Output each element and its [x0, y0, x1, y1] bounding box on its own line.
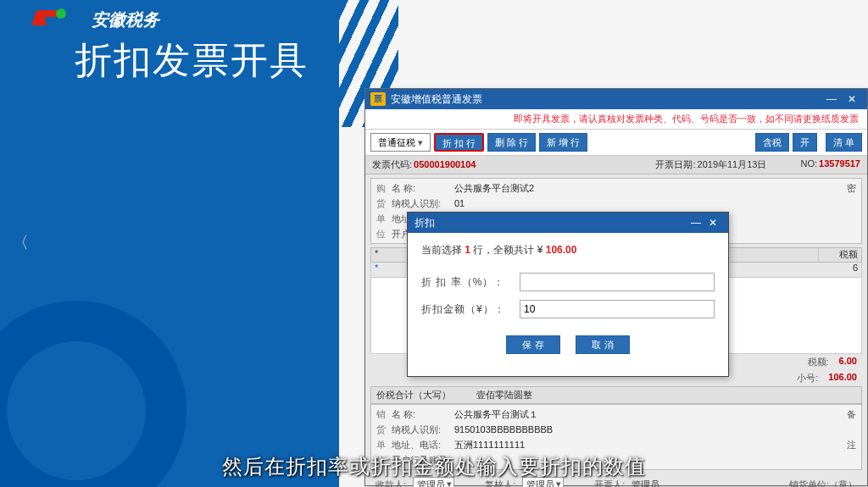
sum-tax: 6.00 — [839, 356, 857, 368]
dlg-sel-mid: 行，全额共计 ¥ — [470, 244, 546, 256]
buyer-side-1: 货 — [376, 197, 388, 210]
dialog-cancel-button[interactable]: 取 消 — [576, 335, 630, 354]
seller-side-1: 货 — [376, 423, 388, 436]
buyer-side-3: 位 — [376, 228, 388, 241]
invoice-no-label: NO: — [800, 158, 817, 169]
sum-amt: 106.00 — [828, 372, 857, 385]
org-name: 安徽税务 — [92, 8, 159, 31]
invoice-no: 13579517 — [819, 158, 860, 169]
totals-bar: 价税合计（大写） 壹佰零陆圆整 — [370, 386, 862, 404]
seller-name-label: 名 称: — [392, 408, 451, 421]
invoice-date: 2019年11月13日 — [698, 159, 767, 169]
org-logo-icon — [34, 7, 85, 32]
seller-side-0: 销 — [376, 408, 388, 421]
carousel-prev-icon[interactable]: 〈 — [7, 229, 34, 256]
seller-addr: 五洲1111111111 — [454, 439, 836, 451]
sum-amt-label: 小号: — [797, 372, 818, 385]
discount-amount-input[interactable] — [520, 300, 715, 318]
cell-tax: 6 — [819, 263, 861, 277]
org-logo-row: 安徽税务 — [34, 7, 159, 32]
dlg-sel-amount: 106.00 — [546, 244, 577, 256]
seller-addr-label: 地址、电话: — [392, 439, 451, 451]
invoice-code-label: 发票代码: — [372, 159, 412, 169]
seller-name: 公共服务平台测试１ — [454, 408, 836, 421]
invoice-icon: 票 — [370, 92, 386, 106]
tax-inclusive-button[interactable]: 含税 — [755, 133, 789, 152]
warning-banner: 即将开具发票，请认真核对发票种类、代码、号码是否一致，如不同请更换纸质发票 — [365, 109, 867, 130]
buyer-side-0: 购 — [376, 182, 388, 195]
invoice-code: 050001900104 — [414, 159, 476, 169]
note2-label: 注 — [839, 439, 856, 451]
buyer-taxid-label: 纳税人识别: — [392, 197, 451, 210]
invoice-date-label: 开票日期: — [655, 159, 695, 169]
dialog-selection-summary: 当前选择 1 行，全额共计 ¥ 106.00 — [421, 243, 715, 257]
buyer-side-2: 单 — [376, 213, 388, 225]
page-title: 折扣发票开具 — [75, 36, 309, 86]
total-cap-value: 壹佰零陆圆整 — [476, 389, 532, 401]
discount-dialog: 折扣 — ✕ 当前选择 1 行，全额共计 ¥ 106.00 折 扣 率（%）： … — [407, 212, 729, 377]
seller-taxid-label: 纳税人识别: — [392, 423, 451, 436]
window-titlebar: 票 安徽增值税普通发票 — ✕ — [365, 89, 867, 109]
close-button[interactable]: ✕ — [842, 93, 862, 105]
dialog-save-button[interactable]: 保 存 — [506, 335, 560, 354]
minimize-button[interactable]: — — [821, 93, 842, 105]
buyer-name: 公共服务平台测试2 — [454, 182, 836, 195]
seller-taxid: 9150103BBBBBBBBBB — [454, 424, 856, 434]
discount-amount-label: 折扣金额（¥）： — [421, 302, 515, 317]
list-button[interactable]: 清 单 — [826, 133, 862, 152]
sum-tax-label: 税额: — [808, 356, 829, 368]
invoice-info-bar: 发票代码:050001900104 开票日期:2019年11月13日 NO:13… — [365, 156, 867, 174]
discount-row-button[interactable]: 折 扣 行 — [434, 133, 484, 152]
dialog-minimize-button[interactable]: — — [687, 217, 704, 229]
buyer-name-label: 名 称: — [392, 182, 451, 195]
issue-button[interactable]: 开 — [793, 133, 817, 152]
col-tax: 税额 — [819, 248, 861, 262]
buyer-taxid: 01 — [454, 198, 856, 208]
window-title: 安徽增值税普通发票 — [391, 92, 482, 107]
note-label: 备 — [839, 408, 856, 421]
delete-row-button[interactable]: 删 除 行 — [487, 133, 536, 152]
video-subtitle: 然后在折扣率或折扣金额处输入要折扣的数值 — [0, 453, 868, 480]
tax-type-select[interactable]: 普通征税 — [370, 133, 431, 152]
discount-rate-input[interactable] — [520, 273, 715, 291]
total-cap-label: 价税合计（大写） — [376, 389, 451, 401]
dlg-sel-prefix: 当前选择 — [421, 244, 465, 256]
dialog-titlebar: 折扣 — ✕ — [408, 213, 728, 233]
dialog-title: 折扣 — [415, 216, 435, 230]
toolbar: 普通征税 折 扣 行 删 除 行 新 增 行 含税 开 清 单 — [365, 130, 867, 156]
pw-label: 密 — [839, 182, 856, 195]
dialog-close-button[interactable]: ✕ — [704, 217, 721, 229]
add-row-button[interactable]: 新 增 行 — [539, 133, 587, 152]
seller-side-2: 单 — [376, 439, 388, 451]
discount-rate-label: 折 扣 率（%）： — [421, 275, 515, 290]
